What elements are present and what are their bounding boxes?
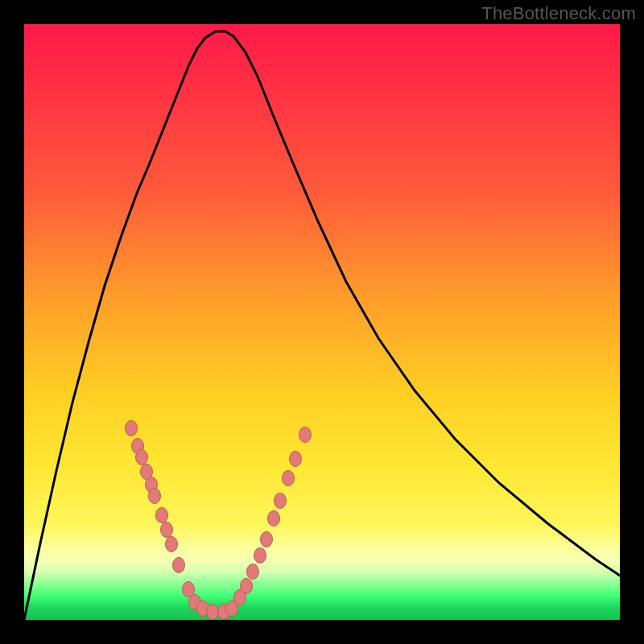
data-marker [161, 522, 173, 538]
data-marker [166, 537, 178, 552]
data-marker [254, 548, 266, 564]
data-marker [261, 532, 273, 547]
chart-frame: TheBottleneck.com [0, 0, 644, 644]
watermark-text: TheBottleneck.com [481, 3, 636, 24]
plot-area [24, 24, 620, 620]
data-marker [247, 564, 259, 580]
bottleneck-curve [24, 31, 620, 620]
data-marker [290, 452, 302, 467]
data-marker [299, 427, 312, 443]
data-marker [149, 489, 161, 504]
data-marker [275, 493, 287, 509]
data-marker [283, 471, 295, 486]
curve-svg [24, 24, 620, 620]
data-marker [156, 508, 168, 523]
data-marker [173, 558, 185, 573]
data-marker [136, 450, 148, 465]
data-marker [268, 511, 280, 526]
data-marker [126, 421, 138, 436]
data-markers [126, 421, 312, 620]
data-marker [241, 579, 253, 594]
data-marker [207, 605, 219, 620]
